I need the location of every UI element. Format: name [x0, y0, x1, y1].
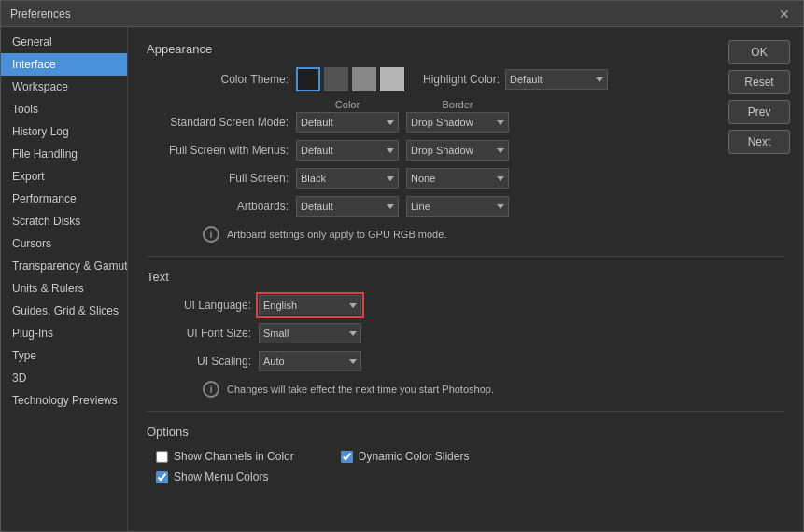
artboard-info-row: i Artboard settings only apply to GPU RG…: [203, 226, 784, 243]
highlight-color-row: Highlight Color: Default: [423, 69, 608, 90]
next-button[interactable]: Next: [728, 130, 790, 154]
theme-swatch-3[interactable]: [352, 67, 376, 91]
sidebar-item-interface[interactable]: Interface: [1, 53, 127, 76]
show-channels-checkbox[interactable]: [156, 451, 168, 463]
fullscreen-selects: Black None: [296, 168, 509, 189]
title-bar: Preferences ✕: [1, 1, 803, 27]
border-col-header: Border: [406, 99, 509, 110]
sidebar-item-workspace[interactable]: Workspace: [1, 76, 127, 98]
sidebar-item-performance[interactable]: Performance: [1, 188, 127, 210]
divider-2: [147, 411, 784, 412]
show-menu-colors-row: Show Menu Colors: [156, 470, 294, 483]
dialog-title: Preferences: [10, 7, 71, 21]
fullscreen-color-select[interactable]: Black: [296, 168, 399, 189]
sidebar-item-transparency-&-gamut[interactable]: Transparency & Gamut: [1, 255, 127, 277]
sidebar-item-type[interactable]: Type: [1, 344, 127, 367]
sidebar-item-history-log[interactable]: History Log: [1, 120, 127, 143]
ui-scaling-select[interactable]: Auto: [259, 351, 361, 371]
artboards-row: Artboards: Default Line: [147, 196, 784, 217]
sidebar-item-file-handling[interactable]: File Handling: [1, 143, 127, 165]
fullscreen-border-select[interactable]: None: [406, 168, 509, 189]
artboards-color-select[interactable]: Default: [296, 196, 399, 217]
standard-screen-row: Standard Screen Mode: Default Drop Shado…: [147, 112, 784, 133]
sidebar-item-cursors[interactable]: Cursors: [1, 232, 127, 255]
sidebar: GeneralInterfaceWorkspaceToolsHistory Lo…: [1, 27, 128, 531]
color-theme-label: Color Theme:: [147, 73, 296, 86]
sidebar-item-technology-previews[interactable]: Technology Previews: [1, 389, 127, 412]
ui-scaling-row: UI Scaling: Auto: [147, 351, 784, 371]
ui-font-size-row: UI Font Size: Small: [147, 323, 784, 343]
ui-language-select[interactable]: English: [259, 295, 361, 315]
ok-button[interactable]: OK: [728, 40, 790, 64]
reset-button[interactable]: Reset: [728, 70, 790, 94]
ui-font-size-label: UI Font Size:: [147, 327, 259, 340]
highlight-color-label: Highlight Color:: [423, 73, 500, 86]
sidebar-item-guides,-grid-&-slices[interactable]: Guides, Grid & Slices: [1, 300, 127, 322]
dynamic-sliders-label: Dynamic Color Sliders: [359, 450, 470, 463]
fullscreen-menu-border-select[interactable]: Drop Shadow: [406, 140, 509, 161]
dynamic-sliders-checkbox[interactable]: [341, 451, 353, 463]
color-theme-row: Color Theme: Highlight Color: Default: [147, 67, 784, 91]
color-col-header: Color: [296, 99, 399, 110]
options-col-right: Dynamic Color Sliders: [331, 450, 470, 491]
sidebar-item-3d[interactable]: 3D: [1, 367, 127, 389]
color-theme-swatches: [296, 67, 404, 91]
screen-mode-rows: Standard Screen Mode: Default Drop Shado…: [147, 112, 784, 217]
sidebar-item-tools[interactable]: Tools: [1, 98, 127, 120]
preferences-dialog: Preferences ✕ GeneralInterfaceWorkspaceT…: [0, 0, 804, 532]
show-channels-row: Show Channels in Color: [156, 450, 294, 463]
fullscreen-menu-row: Full Screen with Menus: Default Drop Sha…: [147, 140, 784, 161]
options-col-left: Show Channels in Color Show Menu Colors: [147, 450, 294, 491]
standard-screen-color-select[interactable]: Default: [296, 112, 399, 133]
standard-screen-border-select[interactable]: Drop Shadow: [406, 112, 509, 133]
main-area: OK Reset Prev Next Appearance Color Them…: [128, 27, 803, 531]
text-info-icon: i: [203, 381, 219, 398]
fullscreen-menu-color-select[interactable]: Default: [296, 140, 399, 161]
fullscreen-menu-label: Full Screen with Menus:: [147, 144, 296, 157]
fullscreen-menu-selects: Default Drop Shadow: [296, 140, 509, 161]
sidebar-item-scratch-disks[interactable]: Scratch Disks: [1, 210, 127, 232]
close-button[interactable]: ✕: [775, 5, 794, 23]
sidebar-item-general[interactable]: General: [1, 31, 127, 53]
prev-button[interactable]: Prev: [728, 100, 790, 124]
divider-1: [147, 256, 784, 257]
ui-font-size-select[interactable]: Small: [259, 323, 361, 343]
theme-swatch-4[interactable]: [380, 67, 404, 91]
artboard-info-icon: i: [203, 226, 219, 243]
standard-screen-label: Standard Screen Mode:: [147, 116, 296, 129]
dynamic-sliders-row: Dynamic Color Sliders: [341, 450, 470, 463]
standard-screen-selects: Default Drop Shadow: [296, 112, 509, 133]
theme-swatch-1[interactable]: [296, 67, 320, 91]
text-info-text: Changes will take effect the next time y…: [227, 384, 494, 395]
artboards-label: Artboards:: [147, 200, 296, 213]
appearance-section-title: Appearance: [147, 42, 784, 56]
action-buttons: OK Reset Prev Next: [728, 40, 790, 154]
show-channels-label: Show Channels in Color: [174, 450, 294, 463]
ui-scaling-label: UI Scaling:: [147, 355, 259, 368]
options-section-title: Options: [147, 425, 784, 439]
ui-language-label: UI Language:: [147, 299, 259, 312]
fullscreen-row: Full Screen: Black None: [147, 168, 784, 189]
show-menu-colors-label: Show Menu Colors: [174, 470, 268, 483]
sidebar-item-export[interactable]: Export: [1, 165, 127, 188]
theme-swatch-2[interactable]: [324, 67, 348, 91]
col-headers: Color Border: [296, 99, 784, 110]
artboards-selects: Default Line: [296, 196, 509, 217]
ui-language-row: UI Language: English: [147, 295, 784, 315]
show-menu-colors-checkbox[interactable]: [156, 471, 168, 483]
fullscreen-label: Full Screen:: [147, 172, 296, 185]
sidebar-item-plug-ins[interactable]: Plug-Ins: [1, 322, 127, 344]
sidebar-item-units-&-rulers[interactable]: Units & Rulers: [1, 277, 127, 300]
highlight-color-select[interactable]: Default: [505, 69, 608, 90]
text-section-title: Text: [147, 270, 784, 284]
dialog-content: GeneralInterfaceWorkspaceToolsHistory Lo…: [1, 27, 803, 531]
options-checkboxes: Show Channels in Color Show Menu Colors …: [147, 450, 784, 491]
artboard-info-text: Artboard settings only apply to GPU RGB …: [227, 229, 446, 240]
text-info-row: i Changes will take effect the next time…: [203, 381, 784, 398]
artboards-border-select[interactable]: Line: [406, 196, 509, 217]
